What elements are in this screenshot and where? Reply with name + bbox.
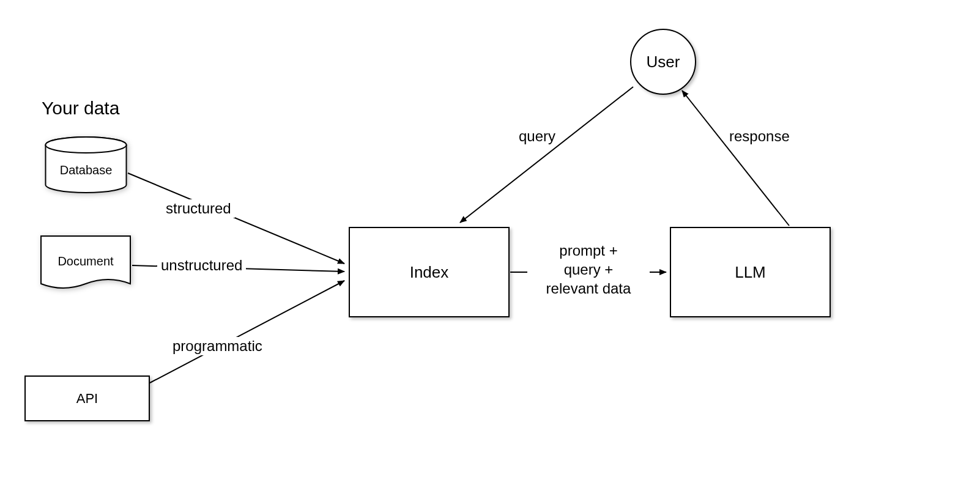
svg-line-2 xyxy=(128,173,344,264)
index-label: Index xyxy=(410,263,449,282)
index-node: Index xyxy=(349,227,510,317)
api-node: API xyxy=(24,375,150,421)
edge-label-index-to-llm: prompt + query + relevant data xyxy=(527,240,650,300)
edge-label-query: query xyxy=(519,128,555,144)
llm-label: LLM xyxy=(735,263,766,282)
svg-line-4 xyxy=(150,281,344,383)
edge-label-programmatic: programmatic xyxy=(169,337,266,355)
edge-label-structured: structured xyxy=(162,199,235,218)
database-label: Database xyxy=(45,163,127,177)
database-node: Database xyxy=(45,136,127,193)
edge-label-response: response xyxy=(729,128,790,144)
document-label: Document xyxy=(40,254,132,268)
document-node: Document xyxy=(40,235,132,294)
header-your-data: Your data xyxy=(42,98,119,118)
svg-line-5 xyxy=(460,87,633,223)
api-label: API xyxy=(76,391,98,407)
svg-point-1 xyxy=(46,137,127,153)
edge-label-unstructured: unstructured xyxy=(157,256,246,275)
llm-node: LLM xyxy=(670,227,831,317)
user-label: User xyxy=(647,53,680,72)
svg-line-7 xyxy=(682,91,789,226)
user-node: User xyxy=(630,29,696,95)
